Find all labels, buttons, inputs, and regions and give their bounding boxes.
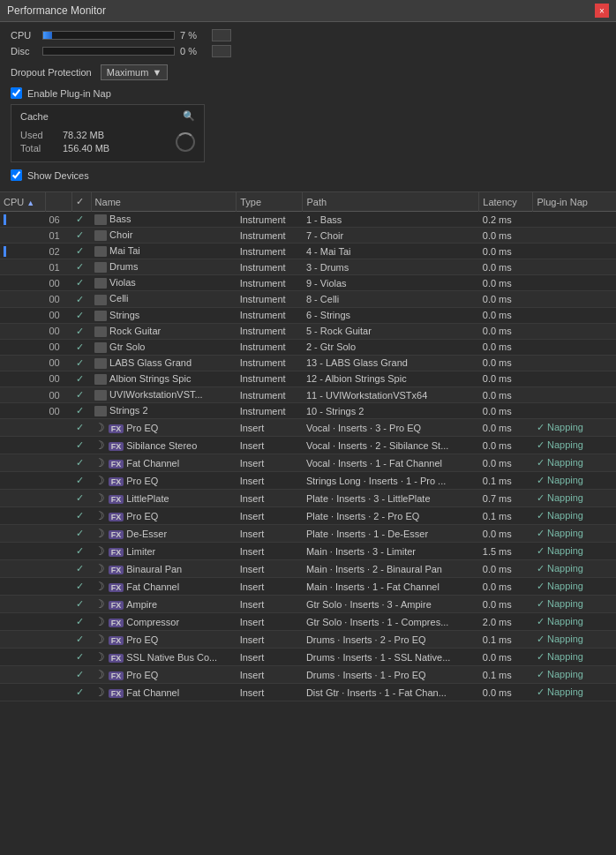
table-row[interactable]: 00✓UVIWorkstationVST...Instrument11 - UV… xyxy=(0,387,616,403)
cell-check[interactable]: ✓ xyxy=(72,578,91,596)
cell-check[interactable]: ✓ xyxy=(72,355,91,371)
cell-name: Rock Guitar xyxy=(91,323,237,339)
cell-check[interactable]: ✓ xyxy=(72,472,91,490)
cell-check[interactable]: ✓ xyxy=(72,387,91,403)
cell-cpu xyxy=(0,596,45,613)
th-nap[interactable]: Plug-in Nap xyxy=(533,192,616,212)
cell-path: Plate · Inserts · 3 - LittlePlate xyxy=(303,490,479,507)
th-check-icon: ✓ xyxy=(76,196,84,206)
cell-check[interactable]: ✓ xyxy=(72,323,91,339)
table-row[interactable]: ✓☽ FXSSL Native Bus Co...InsertDrums · I… xyxy=(0,649,616,666)
table-row[interactable]: 00✓Gtr SoloInstrument2 - Gtr Solo0.0 ms xyxy=(0,339,616,355)
show-devices-checkbox[interactable] xyxy=(11,169,22,181)
cell-check[interactable]: ✓ xyxy=(72,259,91,275)
cell-path: Plate · Inserts · 1 - De-Esser xyxy=(303,525,479,543)
cell-check[interactable]: ✓ xyxy=(72,490,91,507)
table-row[interactable]: 00✓Rock GuitarInstrument5 - Rock Guitar0… xyxy=(0,323,616,339)
table-row[interactable]: 00✓ViolasInstrument9 - Violas0.0 ms xyxy=(0,275,616,291)
cpu-sort-icon[interactable]: ▲ xyxy=(26,199,34,207)
instrument-icon xyxy=(94,246,107,257)
cell-check[interactable]: ✓ xyxy=(72,212,91,228)
cell-name: Mai Tai xyxy=(91,244,237,259)
dropout-dropdown[interactable]: Maximum ▼ xyxy=(101,64,169,80)
cell-check[interactable]: ✓ xyxy=(72,631,91,649)
cell-latency: 0.2 ms xyxy=(479,212,533,228)
cell-num xyxy=(45,684,72,701)
plugin-name: Fat Channel xyxy=(126,687,179,698)
cell-check[interactable]: ✓ xyxy=(72,454,91,472)
cell-check[interactable]: ✓ xyxy=(72,419,91,437)
table-row[interactable]: ✓☽ FXDe-EsserInsertPlate · Inserts · 1 -… xyxy=(0,525,616,543)
cell-check[interactable]: ✓ xyxy=(72,525,91,543)
cell-cpu xyxy=(0,291,45,307)
table-body: 06✓BassInstrument1 - Bass0.2 ms01✓ChoirI… xyxy=(0,212,616,701)
table-row[interactable]: ✓☽ FXPro EQInsertVocal · Inserts · 3 - P… xyxy=(0,419,616,437)
table-row[interactable]: ✓☽ FXFat ChannelInsertDist Gtr · Inserts… xyxy=(0,684,616,701)
table-row[interactable]: ✓☽ FXCompressorInsertGtr Solo · Inserts … xyxy=(0,613,616,631)
cell-latency: 0.0 ms xyxy=(479,323,533,339)
cell-check[interactable]: ✓ xyxy=(72,613,91,631)
table-row[interactable]: 01✓DrumsInstrument3 - Drums0.0 ms xyxy=(0,259,616,275)
cell-num xyxy=(45,525,72,543)
cell-check[interactable]: ✓ xyxy=(72,339,91,355)
table-row[interactable]: ✓☽ FXLittlePlateInsertPlate · Inserts · … xyxy=(0,490,616,507)
cell-check[interactable]: ✓ xyxy=(72,596,91,613)
cell-path: 1 - Bass xyxy=(303,212,479,228)
table-row[interactable]: ✓☽ FXLimiterInsertMain · Inserts · 3 - L… xyxy=(0,543,616,560)
cell-check[interactable]: ✓ xyxy=(72,291,91,307)
cpu-indicator xyxy=(212,29,231,41)
cell-check[interactable]: ✓ xyxy=(72,649,91,666)
table-row[interactable]: ✓☽ FXSibilance StereoInsertVocal · Inser… xyxy=(0,437,616,454)
th-name[interactable]: Name xyxy=(91,192,237,212)
table-row[interactable]: ✓☽ FXFat ChannelInsertMain · Inserts · 1… xyxy=(0,578,616,596)
th-latency[interactable]: Latency xyxy=(479,192,533,212)
table-row[interactable]: 00✓LABS Glass GrandInstrument13 - LABS G… xyxy=(0,355,616,371)
cell-cpu xyxy=(0,212,45,228)
th-path[interactable]: Path xyxy=(303,192,479,212)
cell-latency: 0.0 ms xyxy=(479,560,533,578)
th-type[interactable]: Type xyxy=(237,192,303,212)
cell-path: Vocal · Inserts · 2 - Sibilance St... xyxy=(303,437,479,454)
table-row[interactable]: ✓☽ FXBinaural PanInsertMain · Inserts · … xyxy=(0,560,616,578)
cell-check[interactable]: ✓ xyxy=(72,275,91,291)
cell-check[interactable]: ✓ xyxy=(72,684,91,701)
cache-search-icon[interactable]: 🔍 xyxy=(183,110,195,122)
table-row[interactable]: 00✓StringsInstrument6 - Strings0.0 ms xyxy=(0,307,616,323)
close-button[interactable]: × xyxy=(595,4,609,18)
cell-num: 00 xyxy=(45,355,72,371)
table-row[interactable]: 06✓BassInstrument1 - Bass0.2 ms xyxy=(0,212,616,228)
table-header: CPU ▲ ✓ Name Type Path Latency Plug-in N… xyxy=(0,192,616,212)
cell-cpu xyxy=(0,244,45,259)
th-check: ✓ xyxy=(72,192,91,212)
table-row[interactable]: 00✓CelliInstrument8 - Celli0.0 ms xyxy=(0,291,616,307)
table-row[interactable]: ✓☽ FXPro EQInsertStrings Long · Inserts … xyxy=(0,472,616,490)
cell-check[interactable]: ✓ xyxy=(72,507,91,525)
table-row[interactable]: 00✓Strings 2Instrument10 - Strings 20.0 … xyxy=(0,403,616,419)
cell-nap: ✓ Napping xyxy=(533,525,616,543)
table-row[interactable]: 00✓Albion Strings SpicInstrument12 - Alb… xyxy=(0,371,616,386)
plugin-name: Bass xyxy=(109,214,131,224)
cell-check[interactable]: ✓ xyxy=(72,371,91,386)
cell-check[interactable]: ✓ xyxy=(72,666,91,684)
cell-check[interactable]: ✓ xyxy=(72,560,91,578)
table-scroll[interactable]: CPU ▲ ✓ Name Type Path Latency Plug-in N… xyxy=(0,192,616,722)
table-row[interactable]: ✓☽ FXPro EQInsertDrums · Inserts · 2 - P… xyxy=(0,631,616,649)
cell-check[interactable]: ✓ xyxy=(72,244,91,259)
table-row[interactable]: 01✓ChoirInstrument7 - Choir0.0 ms xyxy=(0,228,616,244)
table-row[interactable]: ✓☽ FXAmpireInsertGtr Solo · Inserts · 3 … xyxy=(0,596,616,613)
cell-cpu xyxy=(0,454,45,472)
table-row[interactable]: ✓☽ FXPro EQInsertPlate · Inserts · 2 - P… xyxy=(0,507,616,525)
plugin-nap-checkbox[interactable] xyxy=(11,87,22,99)
table-row[interactable]: ✓☽ FXPro EQInsertDrums · Inserts · 1 - P… xyxy=(0,666,616,684)
cell-check[interactable]: ✓ xyxy=(72,307,91,323)
plugin-nap-row: Enable Plug-in Nap xyxy=(11,87,605,99)
cell-path: Drums · Inserts · 2 - Pro EQ xyxy=(303,631,479,649)
cell-num: 00 xyxy=(45,387,72,403)
cell-check[interactable]: ✓ xyxy=(72,403,91,419)
cell-check[interactable]: ✓ xyxy=(72,543,91,560)
table-row[interactable]: 02✓Mai TaiInstrument4 - Mai Tai0.0 ms xyxy=(0,244,616,259)
table-row[interactable]: ✓☽ FXFat ChannelInsertVocal · Inserts · … xyxy=(0,454,616,472)
cell-num xyxy=(45,596,72,613)
cell-check[interactable]: ✓ xyxy=(72,228,91,244)
cell-check[interactable]: ✓ xyxy=(72,437,91,454)
